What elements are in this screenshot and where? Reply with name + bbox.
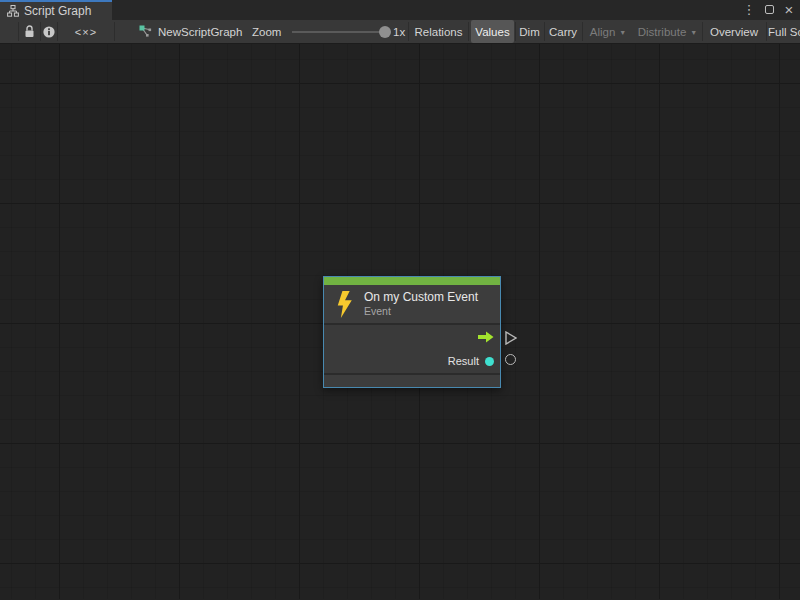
zoom-label: Zoom	[252, 20, 281, 43]
result-port-label: Result	[448, 355, 479, 367]
graph-canvas[interactable]: On my Custom Event Event Result	[0, 44, 800, 599]
code-view-button[interactable]: <×>	[58, 20, 114, 43]
toggle-dim[interactable]: Dim	[516, 20, 543, 43]
graph-toolbar: <×> NewScriptGraph Zoom 1x Relations Val…	[0, 20, 800, 44]
close-icon[interactable]: ×	[782, 0, 796, 20]
event-lightning-icon	[336, 291, 353, 318]
info-button[interactable]	[41, 20, 57, 43]
graph-hierarchy-icon	[7, 5, 19, 17]
lock-button[interactable]	[19, 20, 40, 43]
graph-asset-icon	[139, 25, 152, 38]
window-menu-icon[interactable]: ⋮	[742, 0, 756, 20]
node-subtitle: Event	[364, 305, 478, 318]
result-output-row: Result	[324, 349, 500, 373]
zoom-slider-track[interactable]	[292, 31, 384, 33]
separator	[468, 22, 469, 41]
separator	[114, 22, 115, 41]
code-icon: <×>	[75, 26, 97, 38]
graph-name-label: NewScriptGraph	[158, 26, 242, 38]
zoom-slider-handle[interactable]	[379, 26, 391, 38]
node-header[interactable]: On my Custom Event Event	[324, 285, 500, 323]
node-footer	[324, 375, 500, 387]
node-on-my-custom-event[interactable]: On my Custom Event Event Result	[323, 276, 501, 388]
flow-arrow-icon[interactable]	[478, 331, 494, 343]
result-value-port[interactable]	[485, 357, 494, 366]
node-color-bar	[324, 277, 500, 285]
info-icon	[43, 26, 55, 38]
overview-button[interactable]: Overview	[704, 20, 764, 43]
fullscreen-button[interactable]: Full Screen	[768, 20, 800, 43]
dropdown-distribute[interactable]: Distribute ▼	[634, 20, 701, 43]
control-output-row	[324, 325, 500, 349]
node-title: On my Custom Event	[364, 290, 478, 305]
external-value-port-icon[interactable]	[505, 354, 516, 365]
tab-bar: Script Graph ⋮ ×	[0, 0, 800, 20]
toggle-carry[interactable]: Carry	[545, 20, 581, 43]
zoom-value: 1x	[393, 20, 405, 43]
node-body: Result	[324, 325, 500, 373]
tab-label: Script Graph	[24, 4, 91, 18]
lock-icon	[24, 25, 35, 38]
maximize-icon[interactable]	[762, 0, 776, 20]
separator	[582, 22, 583, 41]
dropdown-align[interactable]: Align ▼	[584, 20, 632, 43]
chevron-down-icon: ▼	[690, 27, 697, 36]
chevron-down-icon: ▼	[619, 27, 626, 36]
separator	[702, 22, 703, 41]
toggle-values[interactable]: Values	[471, 20, 514, 43]
toggle-relations[interactable]: Relations	[410, 20, 467, 43]
separator	[408, 22, 409, 41]
window-controls: ⋮ ×	[742, 0, 796, 20]
script-graph-window: Script Graph ⋮ × <×>	[0, 0, 800, 600]
graph-asset-button[interactable]: NewScriptGraph	[139, 20, 242, 43]
tab-script-graph[interactable]: Script Graph	[0, 0, 112, 20]
separator	[766, 22, 767, 41]
external-flow-port-icon[interactable]	[505, 331, 517, 345]
